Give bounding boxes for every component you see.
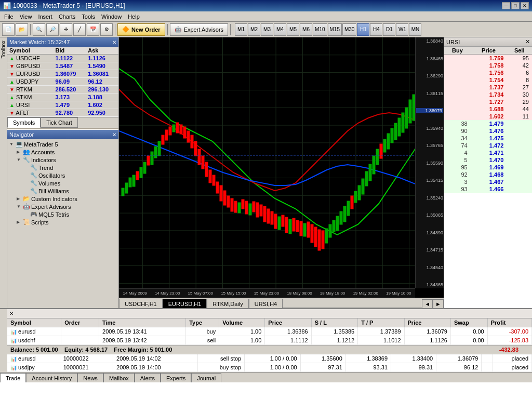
tf-d1[interactable]: D1 <box>383 23 395 36</box>
pending-row[interactable]: 📊 eurusd 10000022 2009.05.19 14:02 sell … <box>7 354 532 363</box>
chart-scroll-right[interactable]: ► <box>433 299 444 308</box>
bottom-tab-account-history[interactable]: Account History <box>26 373 77 382</box>
expert-icon: 🤖 <box>175 26 182 33</box>
trade-row[interactable]: 📊 usdchf 2009.05.19 13:42 sell 1.00 1.11… <box>7 336 532 345</box>
navigator-title: Navigator <box>9 131 34 138</box>
bottom-tab-alerts[interactable]: Alerts <box>135 373 161 382</box>
tf-m3[interactable]: M3 <box>261 23 273 36</box>
tf-h4[interactable]: H4 <box>370 23 382 36</box>
new-order-button[interactable]: 🔶 New Order <box>117 23 165 36</box>
trade-scroll[interactable]: Symbol Order Time Type Volume Price S / … <box>7 318 532 372</box>
tf-m6[interactable]: M6 <box>300 23 312 36</box>
ursi-close[interactable]: ✕ <box>525 38 530 45</box>
toolbar-properties[interactable]: ⚙ <box>100 23 113 36</box>
ursi-row: 1.759 95 <box>444 55 532 62</box>
tf-m1[interactable]: M1 <box>235 23 247 36</box>
chart-scroll-left[interactable]: ◄ <box>422 299 433 308</box>
down-arrow-icon: ▼ <box>9 63 15 69</box>
trade-close-btn[interactable]: ✕ <box>9 311 14 316</box>
toolbox-label[interactable]: Toolbox <box>0 38 7 60</box>
ursi-price: 1.466 <box>471 185 507 193</box>
tf-mn[interactable]: MN <box>409 23 421 36</box>
mw-row-usdchf[interactable]: ▲ USDCHF 1.1122 1.1126 <box>7 55 118 62</box>
toolbar-new[interactable]: 📄 <box>2 23 15 36</box>
bottom-spacer <box>0 309 7 372</box>
trade-row[interactable]: 📊 eurusd 2009.05.19 13:41 buy 1.00 1.363… <box>7 327 532 336</box>
bottom-tab-journal[interactable]: Journal <box>191 373 221 382</box>
bottom-tab-experts[interactable]: Experts <box>161 373 191 382</box>
bottom-tab-news[interactable]: News <box>77 373 103 382</box>
menu-tools[interactable]: Tools <box>78 12 98 21</box>
t-price-open: 1.1112 <box>265 336 311 345</box>
menu-help[interactable]: Help <box>125 12 143 21</box>
ursi-price: 1.479 <box>471 120 507 127</box>
menu-window[interactable]: Window <box>98 12 125 21</box>
price-1.35590: 1.35590 <box>416 161 443 166</box>
nav-item-indicators[interactable]: ▼ 🔧 Indicators <box>8 156 117 164</box>
nav-item-custom-indicators[interactable]: ▶ 📂 Custom Indicators <box>8 195 117 203</box>
nav-item-expert-advisors[interactable]: ▼ 🤖 Expert Advisors <box>8 203 117 210</box>
chart-tab-usdchf[interactable]: USDCHF,H1 <box>119 299 163 308</box>
chart-tab-eurusd[interactable]: EURUSD,H1 <box>163 299 207 308</box>
restore-button[interactable]: □ <box>511 2 520 9</box>
nav-item-bill-williams[interactable]: 🔧 Bill Williams <box>8 187 117 195</box>
tf-m2[interactable]: M2 <box>248 23 260 36</box>
toolbar-line[interactable]: ╱ <box>73 23 86 36</box>
trade-table: Symbol Order Time Type Volume Price S / … <box>7 318 532 345</box>
nav-item-trend[interactable]: 🔧 Trend <box>8 164 117 171</box>
mw-row-gbpusd[interactable]: ▼ GBPUSD 1.5487 1.5490 <box>7 62 118 70</box>
tf-m30[interactable]: M30 <box>342 23 356 36</box>
ursi-price: 1.759 <box>471 55 507 62</box>
toolbar-zoom-in[interactable]: 🔍 <box>33 23 45 36</box>
market-watch-close[interactable]: ✕ <box>112 39 116 45</box>
nav-item-metatrader-5[interactable]: ▼ 💻 MetaTrader 5 <box>8 140 117 148</box>
t-sl: 1.1212 <box>311 336 357 345</box>
time-19may02: 19 May 02:00 <box>353 291 378 296</box>
bottom-tab-trade[interactable]: Trade <box>0 373 26 382</box>
menu-charts[interactable]: Charts <box>56 12 78 21</box>
navigator-close[interactable]: ✕ <box>112 132 116 138</box>
nav-item-mql5-tetris[interactable]: 🎮 MQL5 Tetris <box>8 210 117 218</box>
mw-tab-symbols[interactable]: Symbols <box>7 117 41 128</box>
mw-row-eurusd[interactable]: ▼ EURUSD 1.36079 1.36081 <box>7 70 118 78</box>
svg-rect-52 <box>220 185 222 201</box>
mw-tab-tick[interactable]: Tick Chart <box>41 117 78 128</box>
nav-item-volumes[interactable]: 🔧 Volumes <box>8 179 117 187</box>
tf-m4[interactable]: M4 <box>274 23 286 36</box>
menu-view[interactable]: View <box>17 12 35 21</box>
nav-item-scripts[interactable]: ▶ 📜 Scripts <box>8 218 117 226</box>
expert-advisors-button[interactable]: 🤖 Expert Advisors <box>170 23 228 36</box>
equity-label: Equity: 4 568.17 <box>64 347 108 353</box>
toolbar-zoom-out[interactable]: 🔎 <box>46 23 59 36</box>
pending-row[interactable]: 📊 usdjpy 10000021 2009.05.19 14:00 buy s… <box>7 363 532 372</box>
trade-col-tp: T / P <box>358 318 404 327</box>
svg-rect-36 <box>162 135 164 144</box>
bottom-tab-mailbox[interactable]: Mailbox <box>103 373 135 382</box>
mw-col-symbol: Symbol <box>7 47 54 55</box>
menu-file[interactable]: File <box>1 12 17 21</box>
mw-row-ursi[interactable]: ▲ URSI 1.479 1.602 <box>7 101 118 109</box>
tf-m15[interactable]: M15 <box>328 23 342 36</box>
close-button[interactable]: ✕ <box>521 2 529 9</box>
chart-tab-ursi[interactable]: URSI,H4 <box>249 299 283 308</box>
tf-m5[interactable]: M5 <box>287 23 299 36</box>
minimize-button[interactable]: ─ <box>502 2 510 9</box>
nav-item-oscillators[interactable]: 🔧 Oscillators <box>8 171 117 179</box>
mw-row-usdjpy[interactable]: ▲ USDJPY 96.09 96.12 <box>7 78 118 86</box>
toolbar-open[interactable]: 📂 <box>16 23 28 36</box>
nav-item-accounts[interactable]: ▶ 👥 Accounts <box>8 148 117 156</box>
mw-row-stkm[interactable]: ▲ STKM 3.173 3.188 <box>7 94 118 101</box>
tf-h1[interactable]: H1 <box>357 23 369 36</box>
ursi-row: 1.688 44 <box>444 105 532 113</box>
tf-w1[interactable]: W1 <box>396 23 408 36</box>
down-arrow-icon: ▼ <box>9 110 15 116</box>
chart-tab-rtkm[interactable]: RTKM,Daily <box>207 299 248 308</box>
chart-canvas[interactable]: 1.36840 1.36465 1.36290 1.36115 1.36079 … <box>119 37 444 298</box>
toolbar-crosshair[interactable]: ✛ <box>60 23 72 36</box>
tf-m10[interactable]: M10 <box>313 23 327 36</box>
menu-insert[interactable]: Insert <box>35 12 56 21</box>
mw-row-rtkm[interactable]: ▼ RTKM 286.520 296.130 <box>7 86 118 94</box>
mw-symbol: ▲ STKM <box>7 94 54 101</box>
toolbar-period[interactable]: 📅 <box>87 23 99 36</box>
mw-row-aflt[interactable]: ▼ AFLT 92.780 92.950 <box>7 109 118 117</box>
